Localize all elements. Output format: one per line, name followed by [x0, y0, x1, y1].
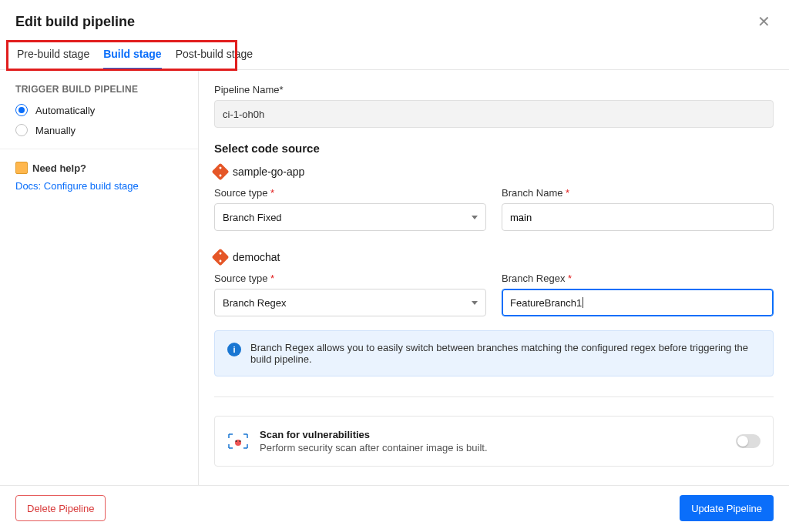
scan-title: Scan for vulnerabilities	[260, 429, 725, 440]
select-source-heading: Select code source	[214, 142, 774, 155]
source-type-value: Branch Fixed	[223, 212, 282, 223]
scan-toggle[interactable]	[736, 434, 760, 448]
update-pipeline-button[interactable]: Update Pipeline	[680, 495, 774, 521]
close-icon[interactable]: ✕	[754, 9, 774, 34]
git-icon	[212, 249, 230, 266]
source-name: sample-go-app	[233, 166, 304, 178]
chevron-down-icon	[472, 216, 478, 219]
tab-post-build[interactable]: Post-build stage	[176, 40, 253, 69]
trigger-section-label: TRIGGER BUILD PIPELINE	[15, 84, 183, 95]
help-label: Need help?	[32, 162, 86, 174]
chevron-down-icon	[472, 301, 478, 305]
pipeline-name-input[interactable]	[214, 100, 774, 128]
radio-icon	[15, 104, 28, 116]
scan-card: Scan for vulnerabilities Perform securit…	[214, 416, 774, 467]
branch-regex-label: Branch Regex *	[502, 273, 774, 284]
divider	[214, 396, 774, 397]
source-type-select[interactable]: Branch Fixed	[214, 203, 486, 231]
trigger-option-automatically[interactable]: Automatically	[15, 104, 183, 116]
svg-point-2	[240, 440, 241, 442]
branch-regex-input[interactable]: FeatureBranch1	[502, 289, 774, 316]
git-icon	[212, 163, 230, 181]
info-banner: i Branch Regex allows you to easily swit…	[214, 330, 774, 376]
radio-label: Automatically	[35, 105, 95, 116]
source-name: demochat	[233, 251, 280, 263]
radio-label: Manually	[35, 125, 76, 136]
branch-name-input[interactable]	[502, 203, 774, 231]
scan-icon	[227, 433, 249, 450]
svg-point-1	[236, 440, 237, 442]
source-type-label: Source type *	[214, 187, 486, 199]
tabs-bar: Pre-build stage Build stage Post-build s…	[0, 40, 789, 70]
trigger-option-manually[interactable]: Manually	[15, 124, 183, 136]
source-type-select[interactable]: Branch Regex	[214, 289, 486, 316]
pipeline-name-label: Pipeline Name*	[214, 84, 774, 95]
tab-build[interactable]: Build stage	[103, 40, 161, 69]
delete-pipeline-button[interactable]: Delete Pipeline	[15, 495, 106, 521]
branch-regex-value: FeatureBranch1	[510, 297, 582, 309]
help-icon	[15, 162, 28, 174]
source-type-value: Branch Regex	[223, 297, 286, 309]
branch-name-label: Branch Name *	[502, 187, 774, 199]
text-cursor	[583, 297, 583, 308]
tab-pre-build[interactable]: Pre-build stage	[17, 40, 89, 69]
info-icon: i	[227, 343, 241, 356]
divider	[0, 149, 198, 149]
help-heading: Need help?	[15, 162, 183, 174]
page-title: Edit build pipeline	[15, 14, 135, 30]
scan-desc: Perform security scan after container im…	[260, 442, 725, 453]
source-type-label: Source type *	[214, 273, 486, 284]
radio-icon	[15, 124, 28, 136]
docs-link[interactable]: Docs: Configure build stage	[15, 180, 183, 192]
info-text: Branch Regex allows you to easily switch…	[250, 342, 760, 365]
